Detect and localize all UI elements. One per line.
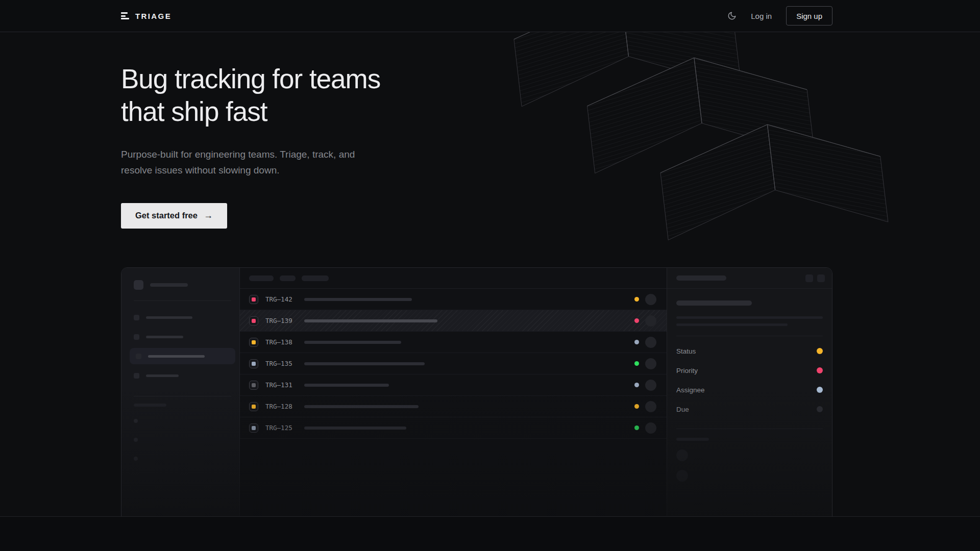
due-value-dot — [817, 406, 823, 412]
skeleton-bar — [146, 374, 179, 377]
status-dot — [634, 383, 639, 387]
theme-toggle-button[interactable] — [727, 11, 737, 20]
issue-status-icon — [249, 402, 258, 411]
hero-section: Bug tracking for teamsthat ship fast Pur… — [0, 32, 980, 517]
avatar — [645, 294, 656, 305]
issue-title-skeleton — [304, 298, 412, 301]
app-mockup: TRG–142 TRG–139 TRG–138 TR — [121, 267, 832, 517]
status-dot — [634, 297, 639, 302]
field-row-status: Status — [676, 341, 823, 361]
status-dot — [634, 404, 639, 409]
issue-title-skeleton — [304, 319, 437, 322]
status-dot — [634, 318, 639, 323]
issue-id: TRG–125 — [265, 424, 300, 432]
nav-item-icon — [134, 373, 139, 379]
avatar — [645, 337, 656, 348]
issue-status-icon — [249, 338, 258, 347]
avatar — [645, 315, 656, 327]
skeleton-title — [676, 300, 752, 306]
avatar — [645, 401, 656, 412]
skeleton-bar — [146, 316, 192, 319]
moon-icon — [727, 11, 737, 20]
skeleton-section-label — [676, 438, 709, 441]
avatar — [645, 380, 656, 391]
avatar — [645, 422, 656, 434]
skeleton-bar — [150, 283, 188, 287]
nav-item-icon — [136, 354, 141, 359]
issue-id: TRG–128 — [265, 403, 300, 410]
signup-button[interactable]: Sign up — [786, 6, 832, 26]
status-value-dot — [817, 348, 823, 354]
sidebar-nav-item — [134, 327, 231, 346]
issue-id: TRG–131 — [265, 381, 300, 389]
status-dot — [634, 340, 639, 344]
workspace-icon — [134, 280, 143, 290]
field-label: Status — [676, 347, 696, 355]
status-dot — [634, 425, 639, 430]
triage-logo-icon — [121, 12, 130, 19]
get-started-button[interactable]: Get started free → — [121, 203, 227, 229]
skeleton-bar — [676, 276, 726, 281]
hero-title: Bug tracking for teamsthat ship fast — [121, 32, 980, 128]
nav-item-icon — [134, 315, 139, 320]
avatar — [676, 470, 688, 482]
detail-panel-header — [667, 268, 832, 289]
panel-action-icons — [805, 274, 825, 282]
status-dot — [634, 361, 639, 366]
divider — [676, 429, 823, 429]
workspace-switcher — [134, 280, 231, 290]
login-link[interactable]: Log in — [751, 12, 772, 20]
skeleton-line — [676, 323, 788, 326]
issue-row: TRG–142 — [240, 289, 667, 310]
skeleton-tab — [249, 276, 274, 281]
avatar — [676, 449, 688, 461]
field-row-assignee: Assignee — [676, 380, 823, 399]
issue-row: TRG–138 — [240, 332, 667, 353]
field-row-priority: Priority — [676, 361, 823, 380]
brand-name: TRIAGE — [135, 12, 172, 20]
arrow-right-icon: → — [204, 210, 213, 221]
issue-title-skeleton — [304, 427, 406, 430]
divider — [676, 336, 823, 336]
field-label: Due — [676, 406, 689, 413]
field-label: Priority — [676, 367, 698, 374]
nav-item-icon — [134, 334, 139, 340]
field-label: Assignee — [676, 386, 705, 394]
skeleton-line — [676, 316, 823, 319]
footer — [0, 517, 980, 550]
skeleton-tab — [280, 276, 296, 281]
issue-title-skeleton — [304, 341, 401, 344]
mockup-sidebar — [121, 268, 240, 517]
mockup-detail-panel: Status Priority Assignee Due — [667, 268, 832, 517]
issue-title-skeleton — [304, 384, 389, 387]
sidebar-nav-item — [134, 308, 231, 327]
sidebar-nav-item — [134, 366, 231, 385]
skeleton-bar — [146, 336, 183, 338]
mockup-issue-list: TRG–142 TRG–139 TRG–138 TR — [240, 268, 667, 517]
sidebar-nav-item-selected — [130, 348, 235, 364]
divider — [134, 396, 231, 396]
issue-row: TRG–128 — [240, 396, 667, 417]
issue-title-skeleton — [304, 362, 425, 365]
issue-status-icon — [249, 423, 258, 433]
hero-subtitle: Purpose-built for engineering teams. Tri… — [121, 147, 980, 179]
issue-status-icon — [249, 295, 258, 304]
skeleton-bar — [148, 355, 205, 358]
issue-id: TRG–138 — [265, 338, 300, 346]
avatar — [645, 358, 656, 369]
issue-row: TRG–131 — [240, 374, 667, 396]
issue-id: TRG–142 — [265, 295, 300, 303]
brand-logo[interactable]: TRIAGE — [121, 12, 172, 20]
issue-id: TRG–135 — [265, 360, 300, 367]
divider — [134, 300, 231, 301]
issue-title-skeleton — [304, 405, 419, 408]
assignee-value-dot — [817, 387, 823, 393]
issue-id: TRG–139 — [265, 317, 300, 324]
skeleton-tab — [302, 276, 329, 281]
top-nav: TRIAGE Log in Sign up — [0, 0, 980, 32]
issue-status-icon — [249, 381, 258, 390]
issue-row: TRG–135 — [240, 353, 667, 374]
issue-list-header — [240, 268, 667, 289]
skeleton-section-label — [134, 404, 166, 407]
sidebar-dot-list — [134, 419, 231, 461]
